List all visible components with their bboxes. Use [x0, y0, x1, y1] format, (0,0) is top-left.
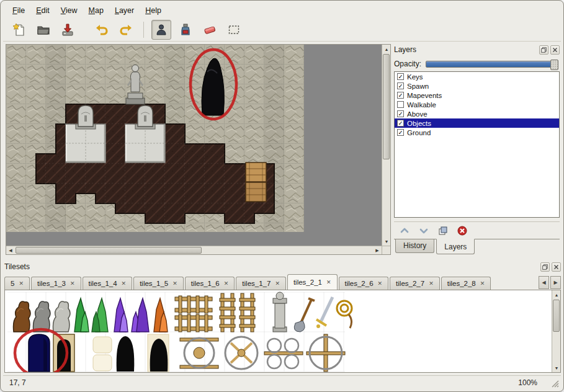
tab-close-icon[interactable]: ✕ — [19, 280, 24, 287]
save-icon — [60, 22, 75, 37]
eraser-icon — [202, 22, 217, 37]
restore-icon — [540, 47, 547, 53]
tab-history[interactable]: History — [395, 239, 434, 253]
tab-close-icon[interactable]: ✕ — [429, 280, 434, 287]
layer-actions — [394, 221, 560, 239]
detach-tilesets-button[interactable] — [540, 262, 550, 272]
layer-row-walkable[interactable]: Walkable — [395, 100, 559, 109]
scroll-down-arrow[interactable]: ▼ — [382, 237, 391, 246]
eraser-tool-button[interactable] — [200, 20, 220, 40]
scroll-up-arrow[interactable]: ▲ — [382, 45, 391, 53]
select-tool-button[interactable] — [224, 20, 244, 40]
new-map-button[interactable] — [9, 20, 29, 40]
open-folder-icon — [36, 22, 51, 37]
menu-item-layer[interactable]: Layer — [109, 4, 140, 17]
tileset-tab-tiles_1_6[interactable]: tiles_1_6✕ — [185, 277, 235, 290]
move-layer-down-button[interactable] — [416, 223, 432, 238]
map-h-scrollbar[interactable]: ◀ ▶ — [6, 246, 382, 254]
close-panel-button[interactable] — [550, 45, 560, 55]
delete-icon — [457, 225, 468, 236]
move-layer-up-button[interactable] — [396, 223, 413, 238]
chevron-down-icon — [418, 225, 429, 236]
tab-close-icon[interactable]: ✕ — [70, 280, 75, 287]
open-map-button[interactable] — [34, 20, 53, 40]
tileset-canvas[interactable] — [6, 291, 552, 373]
layer-checkbox[interactable]: ✓ — [397, 129, 404, 136]
scroll-down-arrow[interactable]: ▼ — [552, 363, 561, 372]
layer-checkbox[interactable]: ✓ — [397, 110, 404, 117]
tab-close-icon[interactable]: ✕ — [326, 279, 331, 285]
tileset-scrollbar-thumb[interactable] — [553, 300, 560, 332]
layer-list[interactable]: ✓Keys✓Spawn✓MapeventsWalkable✓Above✓Obje… — [394, 71, 560, 218]
tile-glow-blocks — [93, 337, 112, 371]
layer-row-objects[interactable]: ✓Objects — [395, 118, 559, 128]
tileset-tab-tiles_2_7[interactable]: tiles_2_7✕ — [390, 277, 440, 290]
menu-item-map[interactable]: Map — [83, 4, 109, 17]
menu-bar: FileEditViewMapLayerHelp — [3, 3, 561, 18]
tileset-tab-tiles_2_6[interactable]: tiles_2_6✕ — [339, 277, 389, 290]
layer-row-keys[interactable]: ✓Keys — [395, 72, 559, 81]
map-v-scrollbar[interactable]: ▲ ▼ — [382, 45, 390, 246]
save-map-button[interactable] — [58, 20, 78, 40]
scroll-up-arrow[interactable]: ▲ — [552, 290, 561, 299]
tab-scroll-left-button[interactable]: ◀ — [539, 276, 549, 289]
layer-checkbox[interactable]: ✓ — [397, 92, 404, 99]
scroll-right-arrow[interactable]: ▶ — [373, 246, 382, 255]
layer-row-mapevents[interactable]: ✓Mapevents — [395, 91, 559, 100]
close-tilesets-button[interactable] — [552, 262, 561, 272]
menu-item-edit[interactable]: Edit — [30, 4, 55, 17]
tileset-scrollbar[interactable]: ▲ ▼ — [552, 290, 560, 372]
tile-track-horizontal — [175, 296, 212, 332]
undo-button[interactable] — [92, 20, 112, 40]
close-icon — [553, 264, 560, 270]
delete-layer-button[interactable] — [454, 223, 470, 238]
v-scrollbar-thumb[interactable] — [383, 54, 390, 159]
tab-close-icon[interactable]: ✕ — [224, 280, 229, 287]
layer-label: Walkable — [407, 101, 436, 109]
tileset-tab-tiles_2_1[interactable]: tiles_2_1✕ — [287, 274, 338, 290]
duplicate-layer-button[interactable] — [435, 223, 451, 238]
menu-item-view[interactable]: View — [55, 4, 83, 17]
tileset-tab-tiles_1_7[interactable]: tiles_1_7✕ — [236, 277, 286, 290]
layer-label: Keys — [407, 73, 423, 81]
duplicate-layers-icon — [437, 225, 449, 236]
layer-checkbox[interactable] — [397, 101, 404, 108]
detach-panel-button[interactable] — [539, 45, 548, 55]
tab-layers[interactable]: Layers — [436, 239, 475, 254]
tab-scroll-right-button[interactable]: ▶ — [550, 276, 561, 289]
tab-label: tiles_1_3 — [37, 280, 66, 287]
tab-close-icon[interactable]: ✕ — [122, 280, 127, 287]
tileset-tab-tiles_2_8[interactable]: tiles_2_8✕ — [441, 277, 491, 290]
map-viewport[interactable]: ◀ ▶ ▲ ▼ — [6, 44, 391, 255]
h-scrollbar-thumb[interactable] — [16, 247, 202, 254]
tab-close-icon[interactable]: ✕ — [275, 280, 280, 287]
layer-checkbox[interactable]: ✓ — [397, 120, 404, 127]
tileset-tab-5[interactable]: 5✕ — [4, 277, 30, 290]
tileset-tab-tiles_1_4[interactable]: tiles_1_4✕ — [83, 277, 133, 290]
tileset-tab-tiles_1_3[interactable]: tiles_1_3✕ — [31, 277, 81, 290]
tileset-content[interactable]: ▲ ▼ — [4, 290, 561, 373]
tileset-tab-tiles_1_5[interactable]: tiles_1_5✕ — [133, 277, 184, 290]
fill-tool-button[interactable] — [176, 20, 195, 40]
layer-checkbox[interactable]: ✓ — [397, 73, 404, 80]
menu-item-help[interactable]: Help — [140, 4, 167, 17]
menu-item-file[interactable]: File — [7, 4, 30, 17]
tab-close-icon[interactable]: ✕ — [172, 280, 177, 287]
new-file-icon — [12, 22, 27, 37]
resize-grip[interactable] — [550, 379, 559, 388]
redo-button[interactable] — [116, 20, 136, 40]
entity-tool-button[interactable] — [151, 20, 171, 40]
tile-green-crystal — [74, 298, 89, 332]
opacity-slider[interactable] — [426, 61, 558, 68]
tab-close-icon[interactable]: ✕ — [378, 280, 383, 287]
layer-row-spawn[interactable]: ✓Spawn — [395, 81, 559, 91]
chevron-up-icon — [399, 225, 410, 236]
map-canvas[interactable] — [6, 45, 304, 232]
layer-row-ground[interactable]: ✓Ground — [395, 128, 559, 137]
scroll-left-arrow[interactable]: ◀ — [6, 246, 15, 255]
tab-close-icon[interactable]: ✕ — [480, 280, 485, 287]
layer-checkbox[interactable]: ✓ — [397, 82, 404, 89]
tab-label: 5 — [11, 280, 14, 287]
layer-row-above[interactable]: ✓Above — [395, 109, 559, 118]
opacity-slider-handle[interactable] — [550, 60, 558, 70]
